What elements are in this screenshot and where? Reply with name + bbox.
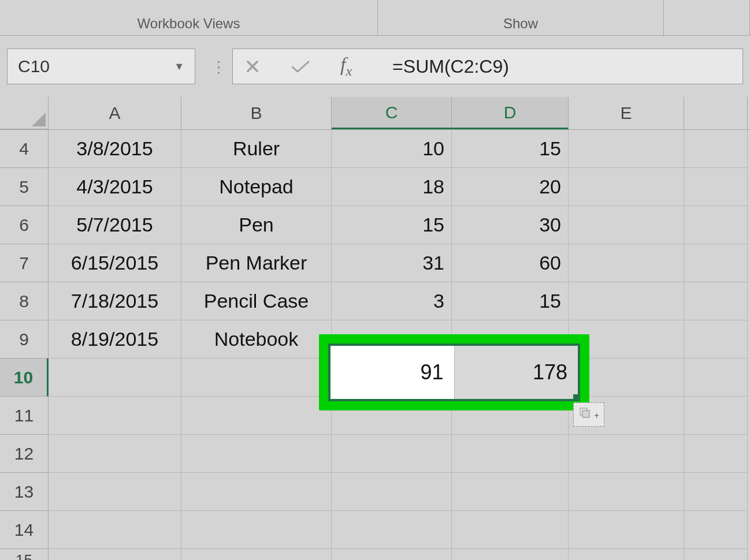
cell-E12[interactable]: [569, 435, 684, 473]
column-header-C[interactable]: C: [332, 97, 452, 129]
cell-E4[interactable]: [569, 130, 684, 168]
selection-highlight: 91 178: [319, 334, 589, 410]
cell-D7[interactable]: 60: [452, 244, 569, 282]
cell-D4[interactable]: 15: [452, 130, 569, 168]
cancel-formula-icon[interactable]: [244, 58, 261, 74]
cell-F10[interactable]: [684, 359, 748, 397]
row-header-12[interactable]: 12: [0, 435, 49, 473]
cell-C13[interactable]: [332, 473, 452, 511]
cell-B10[interactable]: [181, 359, 332, 397]
cell-C15[interactable]: [332, 549, 452, 560]
cell-E13[interactable]: [569, 473, 684, 511]
cell-F12[interactable]: [684, 435, 748, 473]
cell-A6[interactable]: 5/7/2015: [49, 206, 181, 244]
formula-bar-content[interactable]: =SUM(C2:C9): [392, 56, 509, 77]
cell-C5[interactable]: 18: [332, 168, 452, 206]
row-header-11[interactable]: 11: [0, 397, 49, 435]
cell-F14[interactable]: [684, 511, 748, 549]
cell-F11[interactable]: [684, 397, 748, 435]
name-box[interactable]: C10 ▼: [7, 48, 195, 84]
cell-F8[interactable]: [684, 282, 748, 320]
cell-B5[interactable]: Notepad: [181, 168, 332, 206]
cell-A12[interactable]: [49, 435, 181, 473]
highlight-cell-C10[interactable]: 91: [331, 346, 454, 399]
cell-F7[interactable]: [684, 244, 748, 282]
row-13: 13: [0, 473, 750, 511]
cell-F9[interactable]: [684, 320, 748, 359]
cell-C12[interactable]: [332, 435, 452, 473]
row-header-5[interactable]: 5: [0, 168, 49, 206]
cell-C7[interactable]: 31: [332, 244, 452, 282]
cell-A13[interactable]: [49, 473, 181, 511]
cell-A5[interactable]: 4/3/2015: [49, 168, 181, 206]
cell-B9[interactable]: Notebook: [181, 320, 332, 359]
cell-A10[interactable]: [49, 359, 181, 397]
cell-A14[interactable]: [49, 511, 181, 549]
row-12: 12: [0, 435, 750, 473]
row-header-13[interactable]: 13: [0, 473, 49, 511]
cell-F15[interactable]: [684, 549, 748, 560]
cell-D12[interactable]: [452, 435, 569, 473]
autofill-options-button[interactable]: +: [573, 402, 604, 427]
row-header-7[interactable]: 7: [0, 244, 49, 282]
cell-E15[interactable]: [569, 549, 684, 560]
highlight-cell-D10[interactable]: 178: [454, 346, 578, 399]
cell-A11[interactable]: [49, 397, 181, 435]
cell-C8[interactable]: 3: [332, 282, 452, 320]
cell-E14[interactable]: [569, 511, 684, 549]
cell-E7[interactable]: [569, 244, 684, 282]
cell-C4[interactable]: 10: [332, 130, 452, 168]
formula-bar[interactable]: fx =SUM(C2:C9): [232, 48, 743, 84]
cell-B7[interactable]: Pen Marker: [181, 244, 332, 282]
row-header-9[interactable]: 9: [0, 320, 49, 359]
cell-A15[interactable]: [49, 549, 181, 560]
ribbon-group-workbook-views[interactable]: Workbook Views: [0, 0, 378, 35]
ribbon-group-show[interactable]: Show: [378, 0, 664, 35]
cell-F5[interactable]: [684, 168, 748, 206]
enter-formula-icon[interactable]: [291, 58, 310, 74]
column-header-D[interactable]: D: [452, 97, 569, 129]
ribbon-group-empty: [664, 0, 750, 35]
row-6: 6 5/7/2015 Pen 15 30: [0, 206, 750, 244]
column-header-E[interactable]: E: [569, 97, 684, 129]
cell-B6[interactable]: Pen: [181, 206, 332, 244]
cell-F6[interactable]: [684, 206, 748, 244]
column-header-B[interactable]: B: [181, 97, 332, 129]
cell-B12[interactable]: [181, 435, 332, 473]
cell-D15[interactable]: [452, 549, 569, 560]
cell-C6[interactable]: 15: [332, 206, 452, 244]
row-header-10[interactable]: 10: [0, 359, 49, 397]
cell-E5[interactable]: [569, 168, 684, 206]
row-header-14[interactable]: 14: [0, 511, 49, 549]
cell-D5[interactable]: 20: [452, 168, 569, 206]
formula-bar-options-icon[interactable]: ⋯: [210, 59, 229, 74]
cell-D6[interactable]: 30: [452, 206, 569, 244]
cell-B14[interactable]: [181, 511, 332, 549]
cell-C14[interactable]: [332, 511, 452, 549]
row-header-4[interactable]: 4: [0, 130, 49, 168]
row-header-8[interactable]: 8: [0, 282, 49, 320]
cell-A4[interactable]: 3/8/2015: [49, 130, 181, 168]
column-header-next[interactable]: [684, 97, 748, 129]
cell-A8[interactable]: 7/18/2015: [49, 282, 181, 320]
cell-F4[interactable]: [684, 130, 748, 168]
column-header-A[interactable]: A: [49, 97, 181, 129]
cell-D14[interactable]: [452, 511, 569, 549]
cell-F13[interactable]: [684, 473, 748, 511]
cell-D8[interactable]: 15: [452, 282, 569, 320]
cell-B8[interactable]: Pencil Case: [181, 282, 332, 320]
cell-E8[interactable]: [569, 282, 684, 320]
cell-B15[interactable]: [181, 549, 332, 560]
insert-function-icon[interactable]: fx: [340, 54, 352, 79]
cell-B11[interactable]: [181, 397, 332, 435]
cell-A9[interactable]: 8/19/2015: [49, 320, 181, 359]
select-all-corner[interactable]: [0, 97, 49, 129]
cell-B13[interactable]: [181, 473, 332, 511]
cell-A7[interactable]: 6/15/2015: [49, 244, 181, 282]
cell-B4[interactable]: Ruler: [181, 130, 332, 168]
row-header-15[interactable]: 15: [0, 549, 49, 560]
row-header-6[interactable]: 6: [0, 206, 49, 244]
cell-D13[interactable]: [452, 473, 569, 511]
cell-E6[interactable]: [569, 206, 684, 244]
name-box-dropdown-icon[interactable]: ▼: [174, 61, 184, 73]
